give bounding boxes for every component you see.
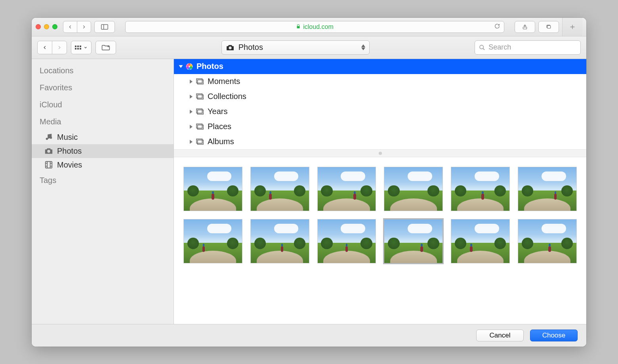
photo-thumbnail[interactable] — [518, 219, 577, 263]
svg-point-14 — [50, 137, 52, 139]
tree-item-label: Albums — [208, 137, 234, 146]
location-popup[interactable]: Photos — [221, 40, 370, 55]
photo-thumbnail[interactable] — [183, 219, 242, 263]
tree-item-label: Years — [208, 107, 227, 116]
tree-item-moments[interactable]: Moments — [174, 74, 586, 89]
sidebar-section-tags[interactable]: Tags — [32, 172, 174, 189]
sidebar-item-label: Music — [57, 133, 78, 142]
picker-forward-button[interactable] — [52, 41, 67, 54]
safari-sidebar-button[interactable] — [94, 21, 115, 33]
thumbnail-grid — [174, 157, 586, 324]
cancel-label: Cancel — [490, 332, 511, 339]
location-label: Photos — [238, 43, 263, 52]
split-divider[interactable] — [174, 149, 586, 157]
disclosure-triangle-icon[interactable] — [190, 80, 193, 84]
disclosure-triangle-icon[interactable] — [190, 125, 193, 129]
safari-right-tools — [515, 21, 559, 33]
disclosure-triangle-icon[interactable] — [179, 65, 183, 68]
share-icon — [522, 24, 528, 30]
disclosure-triangle-icon[interactable] — [190, 140, 193, 144]
sidebar-item-photos[interactable]: Photos — [32, 144, 174, 158]
photo-thumbnail[interactable] — [518, 167, 577, 211]
choose-label: Choose — [542, 332, 566, 339]
stack-icon — [196, 78, 204, 85]
sidebar-item-movies[interactable]: Movies — [32, 158, 174, 172]
safari-address-bar[interactable]: icloud.com — [125, 21, 504, 33]
nav-back-forward — [63, 21, 91, 33]
sidebar-section-favorites[interactable]: Favorites — [32, 79, 174, 96]
updown-stepper-icon — [361, 44, 365, 50]
tree-item-label: Collections — [208, 92, 246, 101]
nav-forward-button[interactable] — [77, 21, 91, 32]
camera-icon — [44, 147, 53, 154]
camera-icon — [226, 44, 235, 51]
plus-icon — [569, 24, 576, 30]
disclosure-triangle-icon[interactable] — [190, 95, 193, 99]
source-tree: Photos Moments Collections Years — [174, 59, 586, 149]
new-tab-button[interactable] — [562, 18, 582, 36]
svg-rect-16 — [46, 162, 52, 168]
stack-icon — [196, 108, 204, 115]
photo-thumbnail[interactable] — [317, 219, 376, 263]
film-icon — [44, 160, 53, 169]
choose-button[interactable]: Choose — [530, 330, 578, 341]
photo-thumbnail[interactable] — [384, 167, 443, 211]
picker-footer: Cancel Choose — [32, 324, 586, 347]
svg-marker-10 — [361, 48, 365, 50]
window-close-button[interactable] — [36, 24, 41, 29]
sidebar-item-label: Movies — [57, 160, 82, 170]
sidebar-section-media: Media — [32, 113, 174, 130]
picker-back-button[interactable] — [38, 41, 52, 54]
share-button[interactable] — [515, 21, 535, 33]
sidebar-item-label: Photos — [57, 147, 82, 156]
chevron-left-icon — [42, 45, 48, 50]
stack-icon — [196, 93, 204, 100]
photo-thumbnail[interactable] — [250, 167, 309, 211]
chevron-down-icon — [84, 46, 88, 50]
stack-icon — [196, 123, 204, 130]
tree-item-albums[interactable]: Albums — [174, 134, 586, 149]
svg-marker-9 — [361, 44, 365, 47]
nav-back-button[interactable] — [63, 21, 77, 32]
tabs-button[interactable] — [538, 21, 559, 33]
tree-item-collections[interactable]: Collections — [174, 89, 586, 104]
picker-toolbar: Photos Search — [32, 36, 586, 59]
disclosure-triangle-icon[interactable] — [190, 110, 193, 114]
sidebar-section-locations[interactable]: Locations — [32, 62, 174, 79]
window-minimize-button[interactable] — [44, 24, 49, 29]
sidebar-item-music[interactable]: Music — [32, 130, 174, 144]
photo-thumbnail[interactable] — [317, 167, 376, 211]
search-input[interactable]: Search — [475, 40, 581, 55]
picker-nav — [37, 41, 67, 54]
photo-thumbnail[interactable] — [384, 219, 443, 263]
search-icon — [479, 44, 485, 51]
tree-root-photos[interactable]: Photos — [174, 59, 586, 74]
photo-thumbnail[interactable] — [250, 219, 309, 263]
tree-item-label: Moments — [208, 77, 240, 86]
picker-sidebar: Locations Favorites iCloud Media Music P… — [32, 59, 174, 324]
grid-icon — [75, 46, 81, 50]
photo-thumbnail[interactable] — [183, 167, 242, 211]
sidebar-icon — [101, 24, 108, 30]
window-traffic-lights — [36, 24, 57, 29]
photo-thumbnail[interactable] — [451, 167, 510, 211]
photos-app-icon — [185, 63, 193, 71]
new-folder-button[interactable] — [95, 41, 116, 54]
tree-item-years[interactable]: Years — [174, 104, 586, 119]
divider-handle-icon — [379, 152, 382, 155]
music-icon — [44, 133, 53, 141]
view-mode-button[interactable] — [71, 41, 92, 54]
reload-button[interactable] — [494, 23, 500, 30]
svg-point-8 — [229, 46, 231, 49]
tabs-icon — [546, 24, 552, 30]
cancel-button[interactable]: Cancel — [476, 330, 524, 341]
sidebar-section-icloud[interactable]: iCloud — [32, 96, 174, 113]
photo-thumbnail[interactable] — [451, 219, 510, 263]
new-folder-icon — [101, 44, 110, 51]
svg-rect-3 — [547, 25, 551, 28]
window-zoom-button[interactable] — [52, 24, 57, 29]
tree-item-places[interactable]: Places — [174, 119, 586, 134]
safari-window: icloud.com — [32, 18, 586, 347]
address-host: icloud.com — [303, 23, 333, 30]
svg-point-13 — [46, 138, 48, 140]
